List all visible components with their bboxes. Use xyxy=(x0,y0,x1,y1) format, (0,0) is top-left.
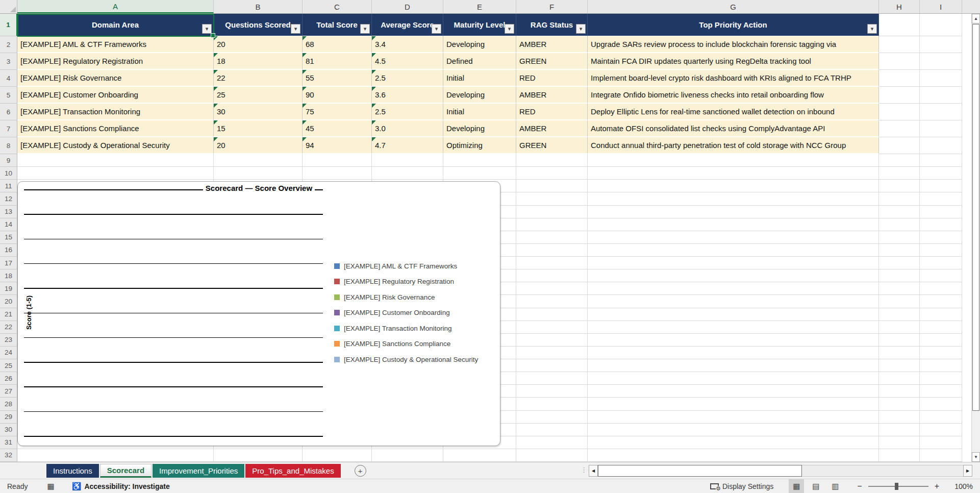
row-header-10[interactable]: 10 xyxy=(0,167,17,180)
cell-C3[interactable]: 81 xyxy=(303,53,372,70)
cell-E8[interactable]: Optimizing xyxy=(443,137,516,154)
row-header-21[interactable]: 21 xyxy=(0,308,17,321)
cell-H12[interactable] xyxy=(879,192,920,205)
cell-H15[interactable] xyxy=(879,231,920,244)
accessibility-status-button[interactable]: ♿ Accessibility: Investigate xyxy=(72,482,170,491)
column-header-B[interactable]: B xyxy=(214,0,303,13)
sheet-tab-scorecard[interactable]: Scorecard xyxy=(100,464,152,478)
cell-G32[interactable] xyxy=(588,449,879,462)
select-all-corner[interactable] xyxy=(0,0,17,13)
cell-D9[interactable] xyxy=(372,154,443,167)
cell-F1[interactable]: RAG Status▾ xyxy=(516,14,588,36)
cell-B9[interactable] xyxy=(214,154,303,167)
cell-F16[interactable] xyxy=(516,244,588,257)
normal-view-button[interactable]: ▦ xyxy=(789,479,804,493)
cell-D10[interactable] xyxy=(372,167,443,180)
cell-G6[interactable]: Deploy Elliptic Lens for real-time sanct… xyxy=(588,104,879,120)
cell-E1[interactable]: Maturity Level▾ xyxy=(443,14,516,36)
cell-H23[interactable] xyxy=(879,334,920,347)
cell-F18[interactable] xyxy=(516,269,588,282)
cell-F24[interactable] xyxy=(516,347,588,359)
sheet-tab-instructions[interactable]: Instructions xyxy=(46,464,99,478)
page-layout-view-button[interactable]: ▤ xyxy=(808,479,823,493)
row-header-13[interactable]: 13 xyxy=(0,206,17,218)
row-header-12[interactable]: 12 xyxy=(0,192,17,205)
cell-G28[interactable] xyxy=(588,398,879,410)
zoom-slider-thumb[interactable] xyxy=(895,483,898,490)
cell-H29[interactable] xyxy=(879,411,920,424)
cell-G4[interactable]: Implement board-level crypto risk dashbo… xyxy=(588,70,879,87)
zoom-level-label[interactable]: 100% xyxy=(949,482,973,490)
cell-H16[interactable] xyxy=(879,244,920,257)
cell-F8[interactable]: GREEN xyxy=(516,137,588,154)
zoom-in-button[interactable]: + xyxy=(932,482,942,491)
cell-I15[interactable] xyxy=(920,231,962,244)
cell-I12[interactable] xyxy=(920,192,962,205)
cell-C2[interactable]: 68 xyxy=(303,36,372,53)
column-header-G[interactable]: G xyxy=(588,0,879,13)
cell-B4[interactable]: 22 xyxy=(214,70,303,87)
filter-dropdown-icon[interactable]: ▾ xyxy=(432,24,441,34)
cell-I8[interactable] xyxy=(920,137,962,154)
cell-I17[interactable] xyxy=(920,257,962,269)
cell-G30[interactable] xyxy=(588,424,879,436)
row-header-28[interactable]: 28 xyxy=(0,398,17,410)
cell-G17[interactable] xyxy=(588,257,879,269)
column-header-A[interactable]: A xyxy=(17,0,214,13)
cell-G8[interactable]: Conduct annual third-party penetration t… xyxy=(588,137,879,154)
cell-I9[interactable] xyxy=(920,154,962,167)
row-header-9[interactable]: 9 xyxy=(0,154,17,167)
cell-F10[interactable] xyxy=(516,167,588,180)
row-header-31[interactable]: 31 xyxy=(0,436,17,449)
cell-H6[interactable] xyxy=(879,104,920,120)
cell-C8[interactable]: 94 xyxy=(303,137,372,154)
cell-G21[interactable] xyxy=(588,308,879,321)
row-header-14[interactable]: 14 xyxy=(0,218,17,231)
horizontal-scroll-thumb[interactable] xyxy=(598,465,802,477)
cell-F11[interactable] xyxy=(516,180,588,192)
cell-G12[interactable] xyxy=(588,192,879,205)
cell-H1[interactable] xyxy=(879,14,920,36)
cell-D2[interactable]: 3.4 xyxy=(372,36,443,53)
cell-F28[interactable] xyxy=(516,398,588,410)
row-header-17[interactable]: 17 xyxy=(0,257,17,269)
cell-A4[interactable]: [EXAMPLE] Risk Governance xyxy=(17,70,214,87)
cell-E7[interactable]: Developing xyxy=(443,120,516,137)
cell-C10[interactable] xyxy=(303,167,372,180)
cell-I27[interactable] xyxy=(920,385,962,398)
cell-I4[interactable] xyxy=(920,70,962,87)
cell-C7[interactable]: 45 xyxy=(303,120,372,137)
cell-H7[interactable] xyxy=(879,120,920,137)
cell-F2[interactable]: AMBER xyxy=(516,36,588,53)
cell-I25[interactable] xyxy=(920,359,962,372)
cell-I20[interactable] xyxy=(920,295,962,308)
cell-G15[interactable] xyxy=(588,231,879,244)
cell-H8[interactable] xyxy=(879,137,920,154)
cell-H11[interactable] xyxy=(879,180,920,192)
cell-F21[interactable] xyxy=(516,308,588,321)
horizontal-scrollbar[interactable]: ◀ ▶ xyxy=(589,465,972,477)
filter-dropdown-icon[interactable]: ▾ xyxy=(576,24,586,34)
cell-A1[interactable]: Domain Area▾ xyxy=(17,14,214,36)
cell-D6[interactable]: 2.5 xyxy=(372,104,443,120)
row-header-32[interactable]: 32 xyxy=(0,449,17,462)
cell-H21[interactable] xyxy=(879,308,920,321)
row-header-8[interactable]: 8 xyxy=(0,137,17,154)
cell-F4[interactable]: RED xyxy=(516,70,588,87)
cell-D5[interactable]: 3.6 xyxy=(372,87,443,104)
cell-C6[interactable]: 75 xyxy=(303,104,372,120)
cell-I18[interactable] xyxy=(920,269,962,282)
cell-B6[interactable]: 30 xyxy=(214,104,303,120)
cell-H19[interactable] xyxy=(879,282,920,295)
cell-I11[interactable] xyxy=(920,180,962,192)
cell-G9[interactable] xyxy=(588,154,879,167)
cell-D32[interactable] xyxy=(372,449,443,462)
cell-G19[interactable] xyxy=(588,282,879,295)
cell-B2[interactable]: 20 xyxy=(214,36,303,53)
new-sheet-button[interactable]: + xyxy=(355,465,366,477)
cell-H22[interactable] xyxy=(879,321,920,334)
cell-E4[interactable]: Initial xyxy=(443,70,516,87)
cell-D8[interactable]: 4.7 xyxy=(372,137,443,154)
cell-G24[interactable] xyxy=(588,347,879,359)
cell-A6[interactable]: [EXAMPLE] Transaction Monitoring xyxy=(17,104,214,120)
